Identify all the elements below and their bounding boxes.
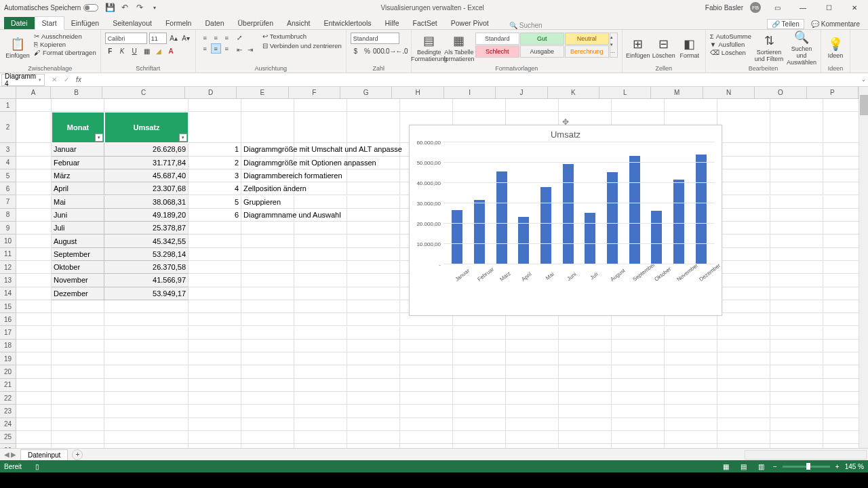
cell[interactable]	[717, 274, 770, 287]
chart-bar[interactable]	[496, 171, 507, 264]
increase-font-icon[interactable]: A▴	[169, 33, 179, 43]
tab-data[interactable]: Daten	[198, 17, 231, 29]
cell[interactable]	[52, 327, 104, 340]
user-avatar[interactable]: FB	[750, 2, 761, 13]
find-select-button[interactable]: 🔍Suchen und Auswählen	[787, 33, 816, 65]
number-format-select[interactable]: Standard	[351, 33, 399, 44]
qat-more-icon[interactable]: ▾	[150, 3, 159, 12]
cell[interactable]	[189, 379, 241, 392]
cell[interactable]: November	[52, 274, 104, 287]
insert-cells-button[interactable]: ⊞Einfügen	[627, 33, 650, 65]
close-icon[interactable]: ✕	[845, 1, 864, 14]
cell[interactable]: Juni	[52, 209, 104, 222]
tab-view[interactable]: Ansicht	[280, 17, 317, 29]
cell[interactable]	[104, 418, 189, 431]
align-bottom-button[interactable]: ≡	[222, 33, 232, 43]
cell[interactable]	[16, 418, 52, 431]
cell[interactable]: Januar	[52, 143, 104, 156]
chart-bar[interactable]	[474, 200, 485, 264]
cell[interactable]	[294, 405, 347, 418]
cell[interactable]	[717, 392, 770, 405]
cell[interactable]	[347, 99, 400, 112]
row-header[interactable]: 25	[0, 431, 16, 444]
cell[interactable]	[241, 287, 294, 300]
expand-formula-icon[interactable]: ⌄	[859, 77, 868, 83]
cell[interactable]	[189, 222, 241, 235]
cell[interactable]	[347, 365, 400, 378]
cell[interactable]	[506, 379, 559, 392]
cell[interactable]	[104, 327, 189, 340]
cell[interactable]	[16, 340, 52, 352]
cell-styles-gallery[interactable]: Standard Gut Neutral Schlecht Ausgabe Be…	[475, 33, 609, 58]
fx-icon[interactable]: fx	[73, 75, 84, 85]
merge-center-button[interactable]: ⊟Verbinden und zentrieren	[262, 42, 342, 49]
cell[interactable]: 6	[189, 209, 241, 222]
cell[interactable]	[717, 379, 770, 392]
cell[interactable]	[506, 99, 559, 112]
cell[interactable]	[347, 112, 400, 143]
cell[interactable]	[241, 431, 294, 444]
formula-input[interactable]	[87, 74, 859, 86]
cell[interactable]	[770, 287, 823, 300]
cell[interactable]: 26.370,58	[104, 261, 189, 274]
cell[interactable]	[665, 392, 717, 405]
cell[interactable]	[241, 112, 294, 143]
search-box[interactable]: 🔍Suchen	[509, 22, 542, 29]
cell[interactable]: 5	[189, 196, 241, 209]
row-header[interactable]: 17	[0, 326, 16, 339]
cell[interactable]	[347, 196, 400, 209]
cell[interactable]	[52, 444, 104, 448]
cell[interactable]	[506, 418, 559, 431]
row-header[interactable]: 6	[0, 182, 16, 195]
cell[interactable]: 41.566,97	[104, 274, 189, 287]
cell[interactable]	[294, 444, 347, 448]
cell[interactable]	[665, 379, 717, 392]
cell[interactable]	[770, 365, 823, 378]
cell[interactable]	[294, 274, 347, 287]
chart-bar[interactable]	[563, 164, 574, 264]
normal-view-icon[interactable]: ▦	[720, 462, 732, 471]
chart-object[interactable]: ✥ Umsatz -10.000,0020.000,0030.000,0040.…	[409, 125, 722, 316]
row-header[interactable]: 1	[0, 99, 16, 112]
decrease-decimal-button[interactable]: ←.0	[397, 46, 407, 56]
cell[interactable]	[559, 365, 612, 378]
cell[interactable]	[294, 99, 347, 112]
orientation-button[interactable]: ⤢	[235, 33, 245, 43]
cell[interactable]	[770, 169, 823, 182]
cell[interactable]: Gruppieren	[241, 196, 294, 209]
cell[interactable]	[347, 235, 400, 247]
chart-bar[interactable]	[540, 187, 551, 264]
cell[interactable]	[612, 405, 665, 418]
cell[interactable]	[294, 222, 347, 235]
cell[interactable]	[52, 99, 104, 112]
cell[interactable]	[717, 157, 770, 169]
cell[interactable]	[16, 182, 52, 195]
tab-formulas[interactable]: Formeln	[159, 17, 199, 29]
cell[interactable]	[770, 196, 823, 209]
undo-icon[interactable]: ↶	[120, 3, 130, 12]
row-header[interactable]: 14	[0, 287, 16, 300]
cell[interactable]	[453, 327, 506, 340]
cell[interactable]	[16, 209, 52, 222]
cell[interactable]	[16, 112, 52, 143]
cell[interactable]	[400, 418, 453, 431]
cell[interactable]	[189, 431, 241, 444]
cell[interactable]	[717, 196, 770, 209]
cell[interactable]	[189, 300, 241, 313]
cell[interactable]	[770, 182, 823, 195]
cell[interactable]	[52, 340, 104, 352]
cell[interactable]	[16, 261, 52, 274]
font-color-button[interactable]: A	[166, 46, 176, 56]
row-header[interactable]: 19	[0, 352, 16, 365]
cell[interactable]	[506, 352, 559, 365]
cell[interactable]	[453, 431, 506, 444]
align-top-button[interactable]: ≡	[200, 33, 210, 43]
column-header[interactable]: O	[755, 87, 806, 99]
cell[interactable]	[717, 365, 770, 378]
style-ausgabe[interactable]: Ausgabe	[520, 45, 564, 58]
cell[interactable]	[189, 274, 241, 287]
chart-bar[interactable]	[585, 213, 595, 264]
cell[interactable]: 53.298,14	[104, 248, 189, 261]
cell[interactable]	[241, 365, 294, 378]
column-header[interactable]: C	[102, 87, 184, 99]
